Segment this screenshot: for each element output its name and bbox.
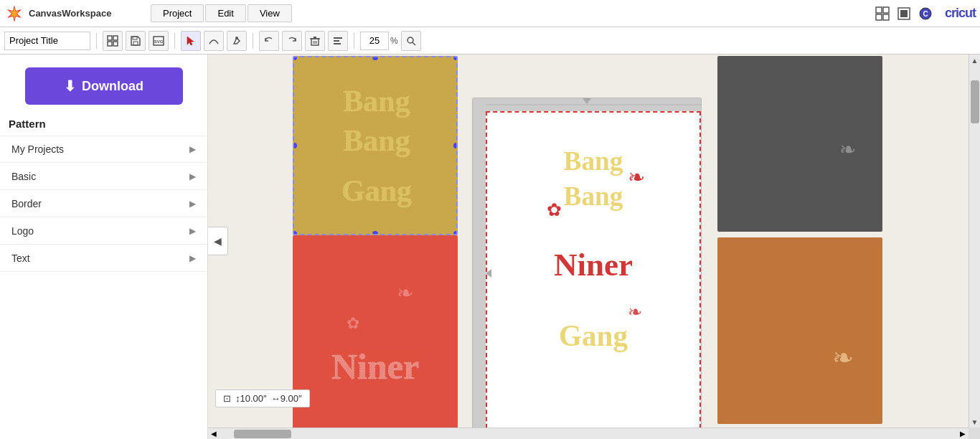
sidebar-item-basic[interactable]: Basic ▶: [0, 164, 207, 190]
scroll-down-btn[interactable]: ▼: [969, 416, 981, 428]
scroll-thumb-v[interactable]: [971, 80, 979, 123]
svg-rect-3: [883, 7, 889, 13]
design-card-gold[interactable]: Bang Bang Gang Bang Bang Gang: [293, 56, 458, 235]
nav-arrow-left[interactable]: ◀: [208, 227, 228, 255]
chevron-right-icon-4: ▶: [189, 253, 196, 263]
svg-marker-1: [9, 7, 19, 20]
preview-art: Bang Bang ❧ ✿ Niner Gang ❧: [487, 113, 699, 428]
project-title-input[interactable]: [4, 32, 90, 50]
svg-text:C: C: [923, 10, 928, 18]
export-btn[interactable]: SVG: [149, 31, 169, 51]
sidebar-item-border-label: Border: [11, 198, 42, 209]
download-icon: ⬇: [64, 77, 76, 95]
size-indicator: ⊡ ↕10.00″ ↔9.00″: [215, 390, 310, 407]
sidebar-item-border[interactable]: Border ▶: [0, 191, 207, 217]
tab-edit[interactable]: Edit: [205, 4, 245, 22]
delete-btn[interactable]: [305, 31, 325, 51]
save-btn[interactable]: [126, 31, 146, 51]
grid-view-btn[interactable]: [103, 31, 123, 51]
svg-rect-4: [876, 14, 882, 20]
design-card-brown[interactable]: ❧: [717, 237, 882, 424]
svg-text:❧: ❧: [839, 138, 856, 161]
handle-tr[interactable]: [453, 56, 458, 60]
tab-project[interactable]: Project: [151, 4, 204, 22]
svg-text:Bang: Bang: [343, 85, 410, 118]
red-card-art: ❧ Niner Niner ✿: [293, 235, 458, 428]
ruler-left: [473, 111, 486, 428]
vertical-scrollbar[interactable]: ▲ ▼: [969, 55, 980, 428]
size-height: ↕10.00″: [235, 393, 267, 404]
scroll-left-btn[interactable]: ◀: [208, 428, 220, 440]
tab-view[interactable]: View: [248, 4, 292, 22]
svg-text:Niner: Niner: [331, 346, 419, 387]
svg-text:❧: ❧: [397, 282, 413, 304]
sidebar-item-logo[interactable]: Logo ▶: [0, 218, 207, 245]
svg-text:Gang: Gang: [559, 319, 628, 352]
svg-line-24: [413, 42, 415, 45]
svg-rect-7: [900, 10, 908, 17]
svg-rect-20: [334, 37, 342, 39]
ruler-arrow-top: [583, 98, 591, 104]
zoom-search-btn[interactable]: [401, 31, 421, 51]
svg-text:Niner: Niner: [554, 247, 633, 283]
svg-rect-10: [108, 36, 112, 40]
svg-rect-13: [113, 42, 118, 46]
svg-rect-5: [883, 14, 889, 20]
inner-border: Bang Bang ❧ ✿ Niner Gang ❧: [486, 111, 701, 428]
chevron-right-icon-2: ▶: [189, 199, 196, 209]
sidebar-item-text[interactable]: Text ▶: [0, 245, 207, 272]
dark-card-art: ❧: [717, 56, 882, 232]
align-btn[interactable]: [328, 31, 348, 51]
canvas-area[interactable]: ◀ Bang Bang Gang Bang Ban: [208, 55, 980, 439]
scroll-up-btn[interactable]: ▲: [969, 55, 981, 66]
download-label: Download: [82, 79, 143, 94]
chevron-right-icon-1: ▶: [189, 171, 196, 181]
design-card-red[interactable]: ❧ Niner Niner ✿: [293, 235, 458, 428]
sidebar-item-my-projects-label: My Projects: [11, 143, 64, 155]
scroll-corner: [969, 428, 980, 439]
download-button[interactable]: ⬇ Download: [25, 67, 183, 105]
scroll-thumb-h[interactable]: [234, 430, 291, 438]
svg-rect-22: [334, 43, 341, 44]
app-logo: CanvasWorkspace: [4, 4, 148, 24]
chevron-right-icon-3: ▶: [189, 226, 196, 236]
design-card-dark[interactable]: ❧: [717, 56, 882, 232]
size-icon: ⊡: [223, 393, 231, 404]
ruler-arrow-left: [486, 269, 491, 278]
zoom-input[interactable]: [360, 32, 389, 50]
select-tool-btn[interactable]: [181, 31, 201, 51]
sidebar-menu: My Projects ▶ Basic ▶ Border ▶ Logo ▶ Te…: [0, 136, 207, 272]
node-tool-btn[interactable]: [204, 31, 224, 51]
cricut-logo: cricut: [945, 6, 976, 21]
svg-rect-11: [113, 36, 118, 40]
brown-card-art: ❧: [717, 237, 882, 424]
svg-rect-2: [876, 7, 882, 13]
redo-btn[interactable]: [282, 31, 302, 51]
handle-mr[interactable]: [453, 143, 458, 148]
sidebar-item-logo-label: Logo: [11, 225, 34, 237]
nav-tabs: Project Edit View: [151, 4, 292, 22]
scroll-right-btn[interactable]: ▶: [957, 428, 969, 440]
svg-point-18: [235, 37, 238, 39]
undo-btn[interactable]: [259, 31, 279, 51]
app-title: CanvasWorkspace: [29, 8, 111, 19]
pen-tool-btn[interactable]: [227, 31, 247, 51]
svg-point-23: [407, 37, 413, 43]
zoom-control: %: [360, 31, 421, 51]
icon3: C: [918, 6, 933, 22]
zoom-unit-label: %: [390, 36, 398, 46]
svg-text:❧: ❧: [628, 303, 642, 321]
pattern-section-label: Pattern: [0, 113, 207, 136]
svg-text:✿: ✿: [347, 314, 359, 332]
svg-text:SVG: SVG: [154, 39, 164, 44]
svg-rect-21: [334, 40, 339, 42]
sidebar-item-basic-label: Basic: [11, 171, 36, 182]
design-card-preview[interactable]: Bang Bang ❧ ✿ Niner Gang ❧ b: [472, 98, 702, 428]
icon2: [896, 6, 912, 22]
svg-text:Bang: Bang: [564, 146, 623, 176]
size-width: ↔9.00″: [271, 393, 302, 404]
horizontal-scrollbar[interactable]: ◀ ▶: [208, 428, 969, 439]
logo-icon: [4, 4, 24, 24]
sidebar-item-my-projects[interactable]: My Projects ▶: [0, 136, 207, 163]
canvas-content: ◀ Bang Bang Gang Bang Ban: [208, 55, 969, 428]
